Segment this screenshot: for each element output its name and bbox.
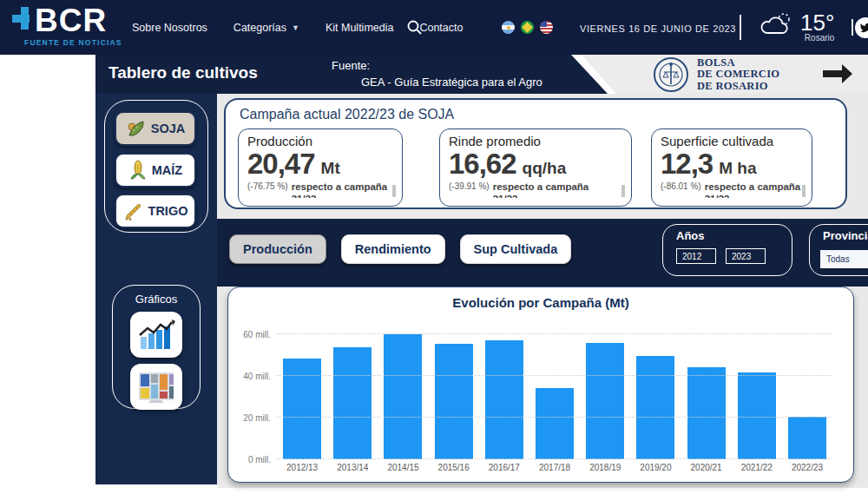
bolsa-logo: BOLSA DE COMERCIO DE ROSARIO — [653, 56, 779, 93]
source-label: Fuente: — [332, 57, 542, 74]
bar-cell — [378, 322, 428, 459]
gridline: 40 mill. — [277, 375, 832, 376]
flag-brasil-icon[interactable] — [521, 21, 534, 34]
graficos-panel: Gráficos — [112, 285, 201, 409]
chart-bar-2022-23[interactable] — [788, 417, 826, 459]
bar-chart-icon — [137, 318, 175, 352]
bar-cell — [429, 322, 479, 459]
metric-value: 12,3 — [661, 149, 713, 179]
wheat-icon — [123, 201, 144, 221]
bcr-logo-mark-icon — [12, 7, 35, 36]
graficos-label: Gráficos — [113, 293, 200, 306]
bcr-logo-subtitle: FUENTE DE NOTICIAS — [24, 38, 122, 47]
bar-chart-view-button[interactable] — [130, 312, 182, 358]
years-filter: Años — [662, 224, 792, 276]
twitter-icon[interactable] — [855, 17, 868, 38]
treemap-view-button[interactable] — [130, 364, 182, 410]
metric-note: respecto a campaña 21/22 — [705, 181, 803, 198]
crop-button-soja[interactable]: SOJA — [115, 111, 196, 146]
nav-item-categorias[interactable]: Categorías▼ — [233, 22, 299, 34]
y-tick-label: 20 mill. — [243, 413, 271, 423]
year-from-input[interactable] — [676, 248, 716, 264]
tab-produccion[interactable]: Producción — [229, 234, 326, 264]
gridline: 60 mill. — [277, 333, 832, 334]
bar-cell — [529, 322, 580, 459]
crop-button-maiz[interactable]: MAÍZ — [115, 153, 196, 188]
source-note: Fuente: GEA - Guía Estratégica para el A… — [332, 57, 542, 90]
x-tick-label: 2014/15 — [378, 463, 428, 472]
chart-bar-2019-20[interactable] — [636, 356, 674, 459]
chart-bar-2014-15[interactable] — [384, 334, 422, 459]
metric-card-produccion: Producción 20,47 Mt (-76.75 %) respecto … — [238, 128, 403, 207]
soy-icon — [126, 119, 147, 138]
metric-delta: (-86.01 %) — [661, 181, 701, 192]
metric-unit: M ha — [719, 159, 756, 178]
summary-title: Campaña actual 2022/23 de SOJA — [240, 107, 833, 122]
corn-icon — [128, 160, 148, 181]
metric-note: respecto a campaña 21/22 — [292, 181, 393, 198]
social-divider — [852, 19, 853, 36]
chart-bar-2018-19[interactable] — [586, 343, 624, 459]
years-label: Años — [676, 229, 792, 242]
cloud-icon — [759, 10, 793, 38]
tab-sup-cultivada[interactable]: Sup Cultivada — [460, 234, 572, 264]
search-icon[interactable] — [406, 19, 424, 36]
nav-item-kit-multimedia[interactable]: Kit Multimedia — [326, 22, 394, 34]
x-tick-label: 2019/20 — [630, 463, 681, 472]
nav-item-contacto[interactable]: Contacto — [419, 22, 463, 34]
metric-delta: (-76.75 %) — [247, 181, 288, 192]
x-tick-label: 2018/19 — [580, 463, 630, 472]
metric-card-superficie: Superficie cultivada 12,3 M ha (-86.01 %… — [651, 128, 812, 207]
scrollbar-thumb[interactable] — [392, 185, 396, 197]
treemap-icon — [137, 371, 175, 404]
provinces-filter: Provincias Todas — [809, 224, 868, 276]
next-arrow-button[interactable] — [821, 63, 854, 89]
chart-plot: 0 mill.20 mill.40 mill.60 mill. — [277, 322, 832, 459]
x-tick-label: 2013/14 — [327, 463, 378, 472]
metric-label: Rinde promedio — [449, 134, 622, 148]
chart-bar-2020-21[interactable] — [687, 367, 726, 459]
metric-delta: (-39.91 %) — [449, 181, 490, 192]
nav-item-sobre-nosotros[interactable]: Sobre Nosotros — [132, 22, 207, 34]
chart-bar-2021-22[interactable] — [738, 372, 776, 459]
provinces-selected-value: Todas — [826, 254, 850, 264]
x-tick-label: 2016/17 — [479, 463, 529, 472]
scrollbar-thumb[interactable] — [802, 185, 806, 197]
tab-rendimiento[interactable]: Rendimiento — [341, 234, 445, 264]
flag-argentina-icon[interactable] — [502, 21, 515, 34]
bar-cell — [732, 322, 782, 459]
crop-button-trigo[interactable]: TRIGO — [115, 194, 196, 228]
chart-title: Evolución por Campaña (Mt) — [228, 295, 853, 310]
summary-panel: Campaña actual 2022/23 de SOJA Producció… — [224, 98, 847, 209]
provinces-dropdown[interactable]: Todas — [820, 250, 868, 268]
x-tick-label: 2012/13 — [277, 463, 327, 472]
org-line1: BOLSA — [697, 57, 779, 69]
scrollbar-thumb[interactable] — [621, 185, 625, 197]
x-tick-label: 2017/18 — [529, 463, 580, 472]
year-to-input[interactable] — [726, 248, 766, 264]
bolsa-seal-icon — [653, 56, 689, 93]
metric-unit: qq/ha — [523, 159, 567, 178]
flag-usa-icon[interactable] — [540, 21, 553, 34]
page-title: Tablero de cultivos — [108, 63, 258, 82]
chart-bar-2013-14[interactable] — [333, 347, 372, 459]
current-date: VIERNES 16 DE JUNIO DE 2023 — [580, 23, 736, 34]
chart-bar-2012-13[interactable] — [283, 359, 321, 459]
metric-note: respecto a campaña 21/22 — [493, 181, 604, 198]
bcr-logo[interactable]: BCR FUENTE DE NOTICIAS — [12, 5, 122, 47]
metric-unit: Mt — [321, 159, 340, 178]
metric-card-rinde: Rinde promedio 16,62 qq/ha (-39.91 %) re… — [439, 128, 632, 207]
provinces-label: Provincias — [823, 229, 868, 242]
bar-cell — [782, 322, 832, 459]
gridline: 0 mill. — [277, 458, 832, 459]
x-tick-label: 2022/23 — [782, 463, 832, 472]
bar-cell — [277, 322, 327, 459]
chart-bar-2015-16[interactable] — [435, 344, 473, 459]
chevron-down-icon: ▼ — [292, 23, 299, 32]
chart-card: Evolución por Campaña (Mt) 0 mill.20 mil… — [227, 287, 854, 483]
chart-bar-2016-17[interactable] — [485, 340, 523, 459]
chart-bar-2017-18[interactable] — [536, 388, 574, 459]
chart-bars — [277, 322, 832, 459]
bar-cell — [580, 322, 630, 459]
dashboard: Tablero de cultivos Fuente: GEA - Guía E… — [95, 55, 868, 494]
